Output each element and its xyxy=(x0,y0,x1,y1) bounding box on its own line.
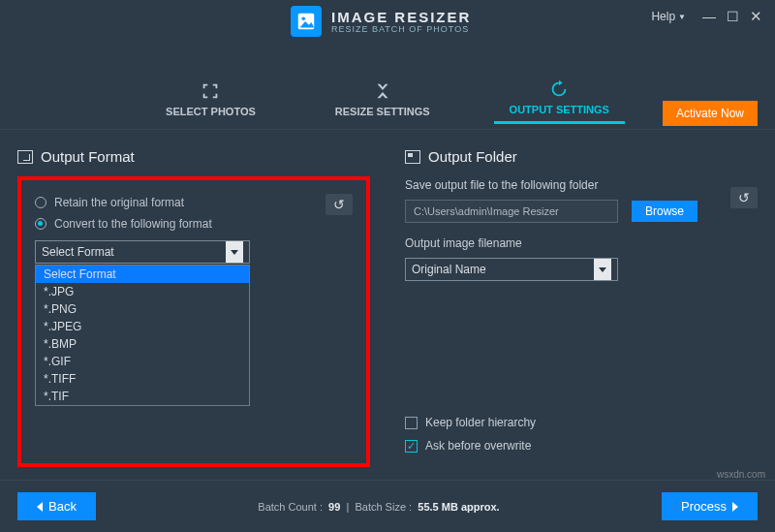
format-option[interactable]: *.JPEG xyxy=(36,318,249,335)
chevron-down-icon: ▼ xyxy=(678,13,686,21)
tab-bar: SELECT PHOTOS RESIZE SETTINGS OUTPUT SET… xyxy=(0,68,775,130)
radio-icon xyxy=(35,197,46,208)
radio-icon xyxy=(35,218,46,230)
format-option[interactable]: *.TIF xyxy=(36,388,249,405)
tab-label: RESIZE SETTINGS xyxy=(335,106,430,117)
format-dropdown: Select Format *.JPG *.PNG *.JPEG *.BMP *… xyxy=(35,265,250,406)
resize-icon xyxy=(372,80,393,102)
activate-button[interactable]: Activate Now xyxy=(663,101,758,126)
reset-folder-button[interactable]: ↺ xyxy=(730,187,758,208)
button-label: Process xyxy=(681,499,727,514)
output-format-pane: Output Format ↺ Retain the original form… xyxy=(0,141,388,480)
help-menu[interactable]: Help ▼ xyxy=(651,10,686,23)
maximize-button[interactable]: ☐ xyxy=(721,5,744,28)
arrow-left-icon xyxy=(37,502,43,512)
arrow-right-icon xyxy=(732,502,738,512)
button-label: Back xyxy=(48,499,77,514)
chevron-down-icon xyxy=(594,259,611,280)
output-format-title: Output Format xyxy=(17,148,370,165)
tab-resize-settings[interactable]: RESIZE SETTINGS xyxy=(320,75,446,123)
checkbox-icon xyxy=(405,440,418,453)
svg-point-1 xyxy=(301,16,305,20)
tab-output-settings[interactable]: OUTPUT SETTINGS xyxy=(494,73,625,124)
format-option[interactable]: *.PNG xyxy=(36,300,249,318)
expand-icon xyxy=(200,80,221,102)
browse-button[interactable]: Browse xyxy=(632,201,698,222)
app-subtitle: RESIZE BATCH OF PHOTOS xyxy=(331,24,471,34)
batch-info: Batch Count : 99 | Batch Size : 55.5 MB … xyxy=(96,501,662,513)
format-option[interactable]: *.TIFF xyxy=(36,370,249,388)
save-folder-label: Save output file to the following folder xyxy=(405,178,758,192)
radio-label: Convert to the following format xyxy=(54,217,212,231)
logo-text: IMAGE RESIZER RESIZE BATCH OF PHOTOS xyxy=(331,10,471,34)
checkbox-label: Ask before overwrite xyxy=(425,439,531,453)
footer-bar: Back Batch Count : 99 | Batch Size : 55.… xyxy=(0,480,775,532)
filename-select[interactable]: Original Name xyxy=(405,258,618,281)
format-option[interactable]: *.GIF xyxy=(36,353,249,370)
format-option[interactable]: *.JPG xyxy=(36,283,249,300)
section-label: Output Format xyxy=(41,148,135,165)
path-row: C:\Users\admin\Image Resizer Browse xyxy=(405,200,758,223)
checkbox-ask-overwrite[interactable]: Ask before overwrite xyxy=(405,439,536,453)
app-logo: IMAGE RESIZER RESIZE BATCH OF PHOTOS xyxy=(291,6,471,37)
format-option[interactable]: Select Format xyxy=(36,266,249,283)
checkbox-icon xyxy=(405,417,418,429)
close-button[interactable]: ✕ xyxy=(744,5,767,28)
process-button[interactable]: Process xyxy=(662,492,758,520)
settings-icon xyxy=(548,78,570,100)
reset-format-button[interactable]: ↺ xyxy=(326,194,353,215)
checkbox-label: Keep folder hierarchy xyxy=(425,416,536,429)
app-title: IMAGE RESIZER xyxy=(331,10,471,24)
content-area: Output Format ↺ Retain the original form… xyxy=(0,141,775,480)
format-select[interactable]: Select Format Select Format *.JPG *.PNG … xyxy=(35,240,250,264)
tab-select-photos[interactable]: SELECT PHOTOS xyxy=(150,75,271,123)
output-path-input[interactable]: C:\Users\admin\Image Resizer xyxy=(405,200,618,223)
logo-icon xyxy=(291,6,322,37)
section-label: Output Folder xyxy=(428,148,517,165)
format-option[interactable]: *.BMP xyxy=(36,335,249,353)
minimize-button[interactable]: — xyxy=(698,5,721,28)
select-value: Original Name xyxy=(412,263,486,276)
radio-retain-format[interactable]: Retain the original format xyxy=(35,196,353,209)
output-folder-title: Output Folder xyxy=(405,148,758,165)
select-value: Select Format xyxy=(42,245,114,259)
radio-label: Retain the original format xyxy=(54,196,184,209)
output-folder-pane: Output Folder ↺ Save output file to the … xyxy=(388,141,775,480)
checkbox-group: Keep folder hierarchy Ask before overwri… xyxy=(405,406,536,453)
back-button[interactable]: Back xyxy=(17,492,96,520)
output-icon xyxy=(17,150,33,164)
folder-icon xyxy=(405,150,420,164)
chevron-down-icon xyxy=(226,241,243,263)
checkbox-keep-hierarchy[interactable]: Keep folder hierarchy xyxy=(405,416,536,429)
help-label: Help xyxy=(651,10,675,23)
radio-convert-format[interactable]: Convert to the following format xyxy=(35,217,353,231)
filename-label: Output image filename xyxy=(405,236,758,250)
tab-label: SELECT PHOTOS xyxy=(166,106,256,117)
highlight-box: ↺ Retain the original format Convert to … xyxy=(17,176,370,467)
tab-label: OUTPUT SETTINGS xyxy=(510,104,609,115)
